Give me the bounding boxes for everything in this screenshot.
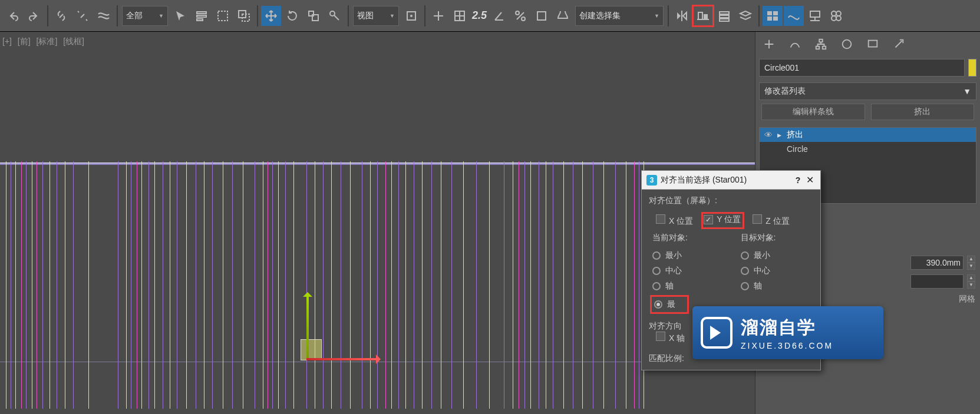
svg-rect-22: [720, 19, 729, 21]
viewport-mode[interactable]: [线框]: [63, 37, 84, 46]
object-name-field[interactable]: Circle001: [759, 59, 965, 77]
highlight-cur-max: 最: [650, 295, 689, 314]
tgt-center-radio[interactable]: 中心: [741, 263, 814, 279]
curve-editor-button[interactable]: [784, 6, 804, 26]
match-scale-label: 匹配比例:: [649, 353, 684, 364]
cur-max-radio[interactable]: [654, 300, 662, 309]
viewport-plus[interactable]: [+]: [2, 37, 12, 46]
angle-snap-button[interactable]: [489, 6, 509, 26]
amount-spinner[interactable]: 390.0mm: [910, 256, 963, 270]
viewport-view[interactable]: [前]: [18, 37, 31, 46]
layers-toggle-button[interactable]: [714, 6, 734, 26]
bind-spacewarp-button[interactable]: [94, 6, 114, 26]
rect-region-button[interactable]: [213, 6, 233, 26]
cur-pivot-radio[interactable]: 轴: [652, 279, 725, 294]
select-object-button[interactable]: [170, 6, 190, 26]
move-button[interactable]: [261, 6, 281, 26]
app-icon: 3: [646, 175, 657, 186]
gizmo-x-axis[interactable]: [306, 358, 377, 360]
schematic-view-button[interactable]: [805, 6, 825, 26]
btn-edit-spline[interactable]: 编辑样条线: [761, 104, 865, 120]
mod-row-extrude[interactable]: 👁 ▸ 挤出: [760, 128, 976, 142]
svg-point-28: [831, 11, 836, 16]
percent-snap-button[interactable]: [510, 6, 530, 26]
tab-hierarchy[interactable]: [811, 34, 831, 54]
selection-filter-drop[interactable]: 全部▼: [122, 6, 168, 26]
gizmo-y-axis[interactable]: [306, 296, 309, 360]
select-by-name-button[interactable]: [192, 6, 212, 26]
selection-filter-label: 全部: [126, 11, 143, 21]
select-manipulate-button[interactable]: [325, 6, 345, 26]
pivot-center-button[interactable]: [401, 6, 421, 26]
tab-modify[interactable]: [785, 34, 805, 54]
named-selset-label: 创建选择集: [579, 11, 621, 21]
scale-button[interactable]: [303, 6, 324, 26]
redo-button[interactable]: [24, 6, 44, 26]
close-button[interactable]: ✕: [804, 174, 816, 186]
z-pos-check[interactable]: Z 位置: [753, 214, 789, 227]
layer-explorer-button[interactable]: [735, 6, 755, 26]
btn-extrude[interactable]: 挤出: [871, 104, 975, 120]
svg-rect-36: [869, 41, 877, 47]
tab-create[interactable]: [759, 34, 779, 54]
dialog-titlebar[interactable]: 3 对齐当前选择 (Star001) ? ✕: [642, 171, 820, 190]
axis-checkbox-row: X 位置 Y 位置 Z 位置: [656, 214, 813, 227]
viewport-label[interactable]: [+] [前] [标准] [线框]: [2, 37, 88, 47]
tgt-min-radio[interactable]: 最小: [741, 248, 814, 263]
material-editor-button[interactable]: [826, 6, 846, 26]
highlight-y-pos: Y 位置: [701, 212, 744, 229]
unlink-button[interactable]: [72, 6, 93, 26]
segments-spinner[interactable]: [910, 274, 963, 289]
svg-rect-23: [767, 11, 772, 15]
window-crossing-button[interactable]: [234, 6, 254, 26]
spinner-down[interactable]: ▼: [967, 263, 975, 270]
svg-rect-33: [816, 47, 820, 49]
cur-min-radio[interactable]: 最小: [652, 248, 725, 263]
modifier-list-label: 修改器列表: [764, 86, 806, 97]
y-pos-check[interactable]: Y 位置: [704, 214, 741, 224]
svg-marker-16: [677, 12, 681, 19]
tab-display[interactable]: [863, 34, 883, 54]
svg-rect-15: [537, 12, 546, 20]
mod-row-circle[interactable]: Circle: [760, 142, 976, 156]
align-button[interactable]: [693, 6, 713, 26]
mirror-button[interactable]: [672, 6, 692, 26]
cur-center-radio[interactable]: 中心: [652, 263, 725, 279]
spinner-snap-button[interactable]: [532, 6, 552, 26]
tgt-pivot-radio[interactable]: 轴: [741, 279, 814, 294]
command-panel-tabs: [755, 32, 980, 57]
tab-utilities[interactable]: [889, 34, 909, 54]
modifier-list-drop[interactable]: 修改器列表▼: [759, 82, 976, 100]
svg-rect-4: [218, 11, 227, 21]
svg-rect-21: [720, 15, 729, 18]
dialog-title: 对齐当前选择 (Star001): [661, 175, 792, 186]
named-selset-drop[interactable]: 创建选择集▼: [575, 6, 664, 26]
gizmo-xy-plane[interactable]: [301, 339, 322, 360]
refcoord-label: 视图: [357, 11, 374, 21]
undo-button[interactable]: [3, 6, 23, 26]
tab-motion[interactable]: [837, 34, 857, 54]
object-color-swatch[interactable]: [968, 59, 976, 77]
refcoord-drop[interactable]: 视图▼: [353, 6, 399, 26]
spinner-up[interactable]: ▲: [967, 256, 975, 263]
svg-rect-32: [819, 39, 823, 42]
x-axis-check[interactable]: X 轴: [656, 333, 685, 343]
help-button[interactable]: ?: [792, 175, 804, 185]
x-pos-check[interactable]: X 位置: [656, 214, 693, 227]
svg-rect-20: [720, 12, 729, 14]
eye-icon[interactable]: 👁: [763, 130, 774, 140]
toggle-ribbon-button[interactable]: [763, 6, 783, 26]
viewport-shade[interactable]: [标准]: [37, 37, 58, 46]
edit-named-sel-button[interactable]: [553, 6, 573, 26]
svg-rect-3: [197, 19, 203, 21]
svg-point-11: [410, 15, 413, 17]
snap-grid-button[interactable]: [450, 6, 470, 26]
snap-25-label: 2.5: [472, 9, 487, 22]
snap-axis-button[interactable]: [428, 6, 448, 26]
watermark-url: ZIXUE.3D66.COM: [741, 341, 833, 350]
link-button[interactable]: [51, 6, 71, 26]
move-gizmo[interactable]: [301, 290, 383, 372]
rotate-button[interactable]: [282, 6, 302, 26]
svg-rect-1: [197, 12, 206, 14]
svg-rect-2: [197, 15, 206, 17]
